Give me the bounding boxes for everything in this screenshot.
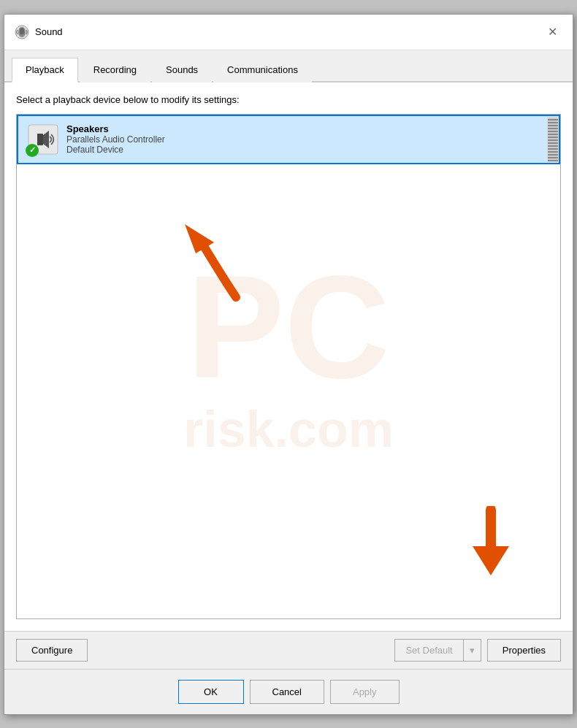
device-controller: Parallels Audio Controller bbox=[66, 134, 550, 145]
device-action-buttons: Configure Set Default ▾ Properties bbox=[4, 631, 573, 669]
tab-communications[interactable]: Communications bbox=[213, 58, 312, 83]
device-status: Default Device bbox=[66, 145, 550, 155]
close-button[interactable]: ✕ bbox=[542, 22, 562, 42]
tab-content: Select a playback device below to modify… bbox=[4, 83, 573, 631]
device-info: Speakers Parallels Audio Controller Defa… bbox=[66, 123, 550, 155]
title-bar-left: Sound bbox=[15, 25, 63, 39]
device-list: ✓ Speakers Parallels Audio Controller De… bbox=[16, 114, 561, 619]
speaker-device-icon: ✓ bbox=[27, 123, 59, 156]
svg-rect-4 bbox=[37, 134, 43, 145]
sound-title-icon bbox=[15, 25, 29, 39]
set-default-button[interactable]: Set Default bbox=[394, 639, 462, 662]
device-item-speakers[interactable]: ✓ Speakers Parallels Audio Controller De… bbox=[17, 115, 560, 164]
window-title: Sound bbox=[35, 26, 63, 37]
tab-recording[interactable]: Recording bbox=[80, 58, 150, 83]
tab-sounds[interactable]: Sounds bbox=[152, 58, 212, 83]
default-badge: ✓ bbox=[26, 144, 39, 157]
tab-playback[interactable]: Playback bbox=[12, 58, 78, 83]
properties-button[interactable]: Properties bbox=[487, 639, 561, 662]
instruction-text: Select a playback device below to modify… bbox=[16, 94, 561, 105]
device-name: Speakers bbox=[66, 123, 550, 134]
title-bar: Sound ✕ bbox=[4, 15, 573, 50]
set-default-dropdown[interactable]: ▾ bbox=[463, 639, 481, 662]
annotation-arrow-up bbox=[177, 217, 251, 307]
svg-rect-2 bbox=[20, 28, 24, 34]
tab-bar: Playback Recording Sounds Communications bbox=[4, 50, 573, 83]
apply-button[interactable]: Apply bbox=[330, 680, 400, 704]
ok-button[interactable]: OK bbox=[178, 680, 244, 704]
set-default-group: Set Default ▾ bbox=[394, 639, 481, 662]
annotation-arrow-down bbox=[465, 506, 516, 582]
svg-marker-8 bbox=[473, 546, 509, 575]
sound-dialog: Sound ✕ Playback Recording Sounds Commun… bbox=[4, 14, 573, 715]
action-buttons: OK Cancel Apply bbox=[4, 669, 573, 714]
cancel-button[interactable]: Cancel bbox=[250, 680, 324, 704]
configure-button[interactable]: Configure bbox=[16, 639, 88, 662]
scrollbar-thumb bbox=[548, 118, 558, 161]
scrollbar[interactable] bbox=[547, 116, 559, 163]
